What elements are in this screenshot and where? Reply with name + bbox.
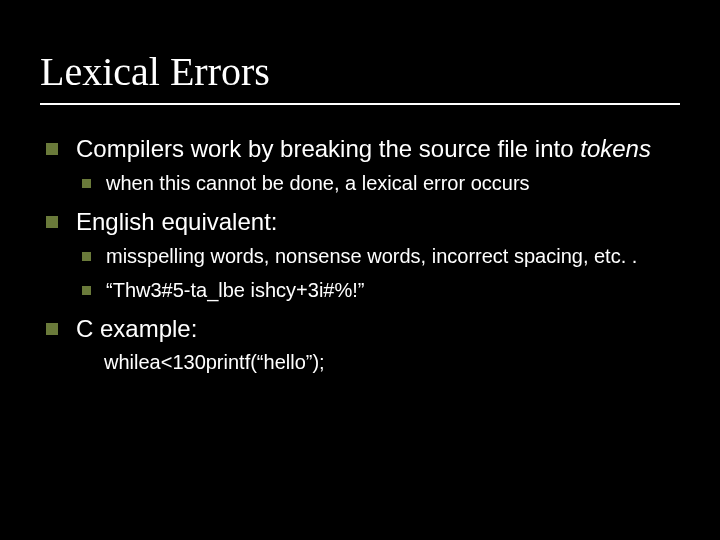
sub-bullet-text: when this cannot be done, a lexical erro…	[106, 172, 530, 194]
slide: Lexical Errors Compilers work by breakin…	[0, 0, 720, 540]
sub-bullet-list: when this cannot be done, a lexical erro…	[76, 170, 680, 196]
bullet-text-italic: tokens	[580, 135, 651, 162]
bullet-item: C example: whilea<130printf(“hello”);	[40, 313, 680, 374]
sub-bullet-text: whilea<130printf(“hello”);	[104, 351, 325, 373]
sub-bullet-item: “Thw3#5-ta_lbe ishcy+3i#%!”	[76, 277, 680, 303]
sub-bullet-item: when this cannot be done, a lexical erro…	[76, 170, 680, 196]
sub-bullet-text: “Thw3#5-ta_lbe ishcy+3i#%!”	[106, 279, 364, 301]
bullet-list: Compilers work by breaking the source fi…	[40, 133, 680, 375]
sub-bullet-text: misspelling words, nonsense words, incor…	[106, 245, 637, 267]
bullet-item: Compilers work by breaking the source fi…	[40, 133, 680, 196]
sub-bullet-list-nobullet: whilea<130printf(“hello”);	[76, 349, 680, 375]
bullet-text: English equivalent:	[76, 208, 277, 235]
bullet-text: Compilers work by breaking the source fi…	[76, 135, 580, 162]
slide-title: Lexical Errors	[40, 48, 680, 105]
sub-bullet-item: whilea<130printf(“hello”);	[76, 349, 680, 375]
sub-bullet-list: misspelling words, nonsense words, incor…	[76, 243, 680, 303]
bullet-item: English equivalent: misspelling words, n…	[40, 206, 680, 303]
sub-bullet-item: misspelling words, nonsense words, incor…	[76, 243, 680, 269]
bullet-text: C example:	[76, 315, 197, 342]
